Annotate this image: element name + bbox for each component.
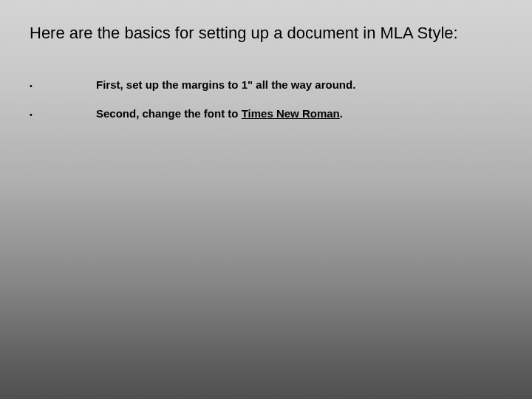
bullet-marker: • <box>30 110 96 119</box>
bullet-list: • First, set up the margins to 1" all th… <box>30 78 502 120</box>
bullet-text-after: . <box>340 107 343 120</box>
bullet-text-underlined: Times New Roman <box>242 107 340 120</box>
bullet-text: Second, change the font to Times New Rom… <box>96 107 343 120</box>
list-item: • Second, change the font to Times New R… <box>30 107 502 120</box>
list-item: • First, set up the margins to 1" all th… <box>30 78 502 91</box>
bullet-marker: • <box>30 81 96 90</box>
bullet-text-before: First, set up the margins to 1" all the … <box>96 78 355 91</box>
bullet-text-before: Second, change the font to <box>96 107 242 120</box>
slide-title: Here are the basics for setting up a doc… <box>30 24 502 43</box>
bullet-text: First, set up the margins to 1" all the … <box>96 78 355 91</box>
slide-container: Here are the basics for setting up a doc… <box>0 0 532 399</box>
